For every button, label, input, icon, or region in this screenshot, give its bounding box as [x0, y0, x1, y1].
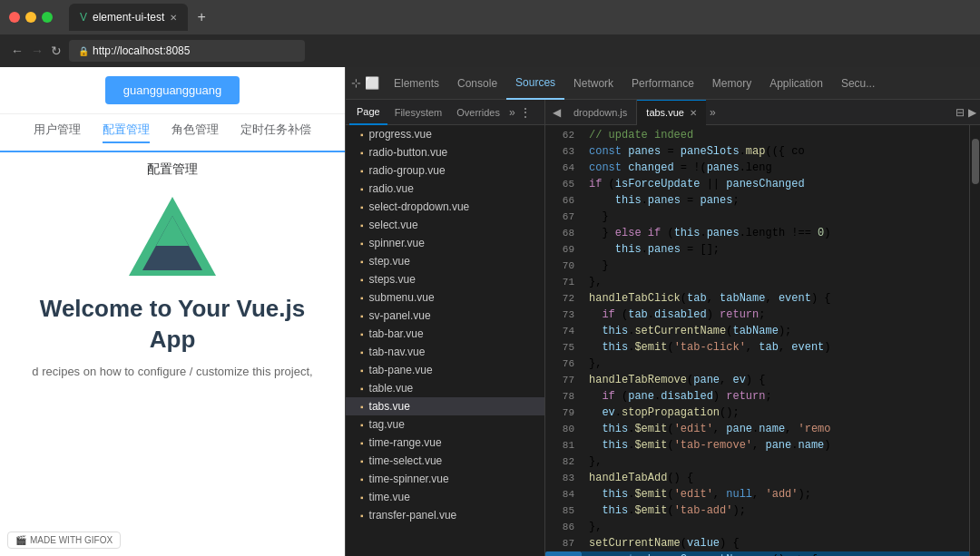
tab-close-icon[interactable]: ✕	[170, 13, 177, 23]
file-tab-menu[interactable]: ⋮	[519, 105, 532, 120]
file-item-radio[interactable]: ▪ radio.vue	[346, 180, 544, 198]
code-line-68: } else if (this.panes.length !== 0)	[582, 225, 969, 241]
address-input[interactable]: 🔒 http://localhost:8085	[69, 40, 305, 62]
file-item-sv-panel[interactable]: ▪ sv-panel.vue	[346, 307, 544, 325]
tab-application[interactable]: Application	[760, 67, 832, 100]
file-item-tab-pane[interactable]: ▪ tab-pane.vue	[346, 361, 544, 379]
code-line-77: handleTabRemove(pane, ev) {	[582, 372, 969, 388]
device-icon[interactable]: ⬜	[365, 76, 379, 90]
tab-security[interactable]: Secu...	[832, 67, 884, 100]
line-num-63: 63	[545, 143, 582, 160]
nav-menu-item-users[interactable]: 用户管理	[34, 122, 81, 143]
app-area: guangguangguang 用户管理 配置管理 角色管理 定时任务补偿 配置…	[0, 67, 345, 556]
file-icon: ▪	[360, 184, 364, 194]
line-num-62: 62	[545, 127, 582, 143]
editor-tabs-bar: ◀ dropdown.js tabs.vue ✕ » ⊟ ▶	[545, 100, 980, 125]
nav-menu-item-roles[interactable]: 角色管理	[172, 122, 219, 143]
file-item-time-range[interactable]: ▪ time-range.vue	[346, 434, 544, 452]
editor-area: ◀ dropdown.js tabs.vue ✕ » ⊟ ▶	[545, 100, 980, 556]
watermark: 🎬 MADE WITH GIFOX	[7, 532, 121, 549]
line-num-72: 72	[545, 290, 582, 307]
file-item-steps[interactable]: ▪ steps.vue	[346, 270, 544, 288]
tab-elements[interactable]: Elements	[385, 67, 448, 100]
editor-expand-icon[interactable]: ▶	[968, 106, 976, 119]
code-line-63: const panes = paneSlots.map(({ co	[582, 143, 969, 160]
watermark-text: MADE WITH GIFOX	[30, 535, 113, 545]
devtools-panel: ⊹ ⬜ Elements Console Sources Network Per…	[345, 67, 980, 556]
tab-network[interactable]: Network	[564, 67, 622, 100]
line-num-78: 78	[545, 388, 582, 405]
file-tabs-bar: Page Filesystem Overrides » ⋮	[346, 100, 544, 125]
file-item-tab-nav[interactable]: ▪ tab-nav.vue	[346, 343, 544, 361]
tab-memory[interactable]: Memory	[703, 67, 760, 100]
file-item-table[interactable]: ▪ table.vue	[346, 379, 544, 397]
user-button[interactable]: guangguangguang	[105, 76, 240, 104]
file-icon: ▪	[360, 130, 364, 140]
nav-menu-item-config[interactable]: 配置管理	[103, 122, 150, 143]
file-tab-overrides[interactable]: Overrides	[449, 100, 507, 125]
file-item-spinner[interactable]: ▪ spinner.vue	[346, 234, 544, 252]
file-tab-page[interactable]: Page	[349, 100, 387, 125]
file-icon: ▪	[360, 329, 364, 339]
tab-console[interactable]: Console	[448, 67, 506, 100]
line-num-68: 68	[545, 225, 582, 241]
line-num-70: 70	[545, 258, 582, 274]
url-display: http://localhost:8085	[93, 44, 190, 57]
traffic-light-red[interactable]	[9, 12, 20, 23]
file-item-time-select[interactable]: ▪ time-select.vue	[346, 452, 544, 470]
new-tab-button[interactable]: +	[190, 4, 212, 31]
cursor-icon[interactable]: ⊹	[351, 76, 361, 90]
file-item-tab-bar[interactable]: ▪ tab-bar.vue	[346, 325, 544, 343]
editor-tab-tabs-vue[interactable]: tabs.vue ✕	[637, 100, 706, 125]
nav-back-button[interactable]: ←	[11, 44, 24, 58]
traffic-light-yellow[interactable]	[25, 12, 36, 23]
editor-tab-close-icon[interactable]: ✕	[690, 108, 697, 118]
nav-menu-item-tasks[interactable]: 定时任务补偿	[240, 122, 311, 143]
tab-favicon: V	[80, 11, 87, 24]
line-num-76: 76	[545, 356, 582, 372]
editor-collapse-icon[interactable]: ⊟	[956, 106, 965, 119]
scrollbar-right[interactable]	[969, 125, 980, 556]
file-item-time-spinner[interactable]: ▪ time-spinner.vue	[346, 470, 544, 488]
file-icon: ▪	[360, 511, 364, 521]
file-item-radio-group[interactable]: ▪ radio-group.vue	[346, 161, 544, 180]
lock-icon: 🔒	[78, 46, 89, 56]
editor-tab-prev[interactable]: ◀	[549, 106, 564, 119]
editor-tab-dropdown[interactable]: dropdown.js	[564, 100, 637, 125]
code-line-78: if (pane.disabled) return;	[582, 388, 969, 405]
file-icon: ▪	[360, 311, 364, 321]
code-line-69: this.panes = [];	[582, 241, 969, 258]
code-line-79: ev.stopPropagation();	[582, 405, 969, 421]
file-item-radio-button[interactable]: ▪ radio-button.vue	[346, 143, 544, 161]
file-list: ▪ progress.vue ▪ radio-button.vue ▪ radi…	[346, 125, 544, 556]
traffic-lights	[9, 12, 53, 23]
file-tab-more[interactable]: »	[509, 106, 515, 119]
file-item-select-dropdown[interactable]: ▪ select-dropdown.vue	[346, 198, 544, 216]
file-icon: ▪	[360, 493, 364, 502]
file-tab-filesystem[interactable]: Filesystem	[387, 100, 450, 125]
file-item-submenu[interactable]: ▪ submenu.vue	[346, 288, 544, 307]
traffic-light-green[interactable]	[42, 12, 53, 23]
file-item-step[interactable]: ▪ step.vue	[346, 252, 544, 270]
tab-sources[interactable]: Sources	[506, 67, 564, 100]
file-item-transfer-panel[interactable]: ▪ transfer-panel.vue	[346, 506, 544, 524]
nav-refresh-button[interactable]: ↻	[51, 44, 62, 58]
editor-tab-more[interactable]: »	[710, 106, 716, 119]
tab-performance[interactable]: Performance	[622, 67, 703, 100]
file-item-tabs[interactable]: ▪ tabs.vue	[346, 397, 544, 415]
nav-forward-button[interactable]: →	[31, 44, 44, 58]
devtools-icons-left: ⊹ ⬜	[351, 76, 379, 90]
code-content: // update indeed const panes = paneSlots…	[582, 125, 969, 556]
file-item-select[interactable]: ▪ select.vue	[346, 216, 544, 234]
watermark-icon: 🎬	[15, 535, 26, 545]
code-line-70: }	[582, 258, 969, 274]
file-icon: ▪	[360, 275, 364, 285]
file-item-time[interactable]: ▪ time.vue	[346, 488, 544, 506]
line-num-87: 87	[545, 535, 582, 551]
code-line-83: handleTabAdd() {	[582, 470, 969, 486]
sources-content: Page Filesystem Overrides » ⋮ ▪ progress…	[346, 100, 980, 556]
line-num-73: 73	[545, 307, 582, 323]
browser-tab-active[interactable]: V element-ui-test ✕	[69, 4, 188, 31]
file-item-progress[interactable]: ▪ progress.vue	[346, 125, 544, 143]
file-item-tag[interactable]: ▪ tag.vue	[346, 415, 544, 434]
